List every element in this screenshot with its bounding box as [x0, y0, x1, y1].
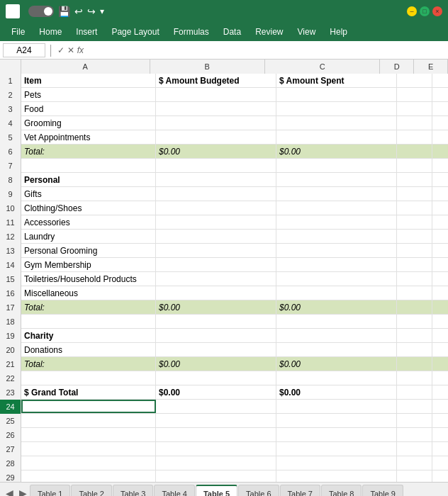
formula-input[interactable]: [86, 44, 445, 57]
cell-e12[interactable]: [432, 230, 448, 243]
cell-c26[interactable]: [276, 428, 397, 441]
cell-c21[interactable]: $0.00: [276, 357, 397, 371]
cell-e13[interactable]: [432, 244, 448, 257]
cell-e4[interactable]: [432, 116, 448, 130]
cell-b12[interactable]: [156, 230, 276, 243]
table-row[interactable]: 10Clothing/Shoes: [0, 201, 448, 215]
cell-e2[interactable]: [432, 88, 448, 101]
table-row[interactable]: 24: [0, 400, 448, 414]
cell-e18[interactable]: [432, 315, 448, 328]
cell-d28[interactable]: [397, 456, 432, 470]
sheet-tab-table5[interactable]: Table 5: [196, 485, 237, 496]
cell-d26[interactable]: [397, 428, 432, 441]
menu-view[interactable]: View: [292, 26, 322, 38]
cell-d5[interactable]: [397, 130, 432, 144]
cell-d16[interactable]: [397, 286, 432, 300]
cell-a10[interactable]: Clothing/Shoes: [21, 201, 156, 215]
cell-d20[interactable]: [397, 343, 432, 356]
cell-d6[interactable]: [397, 145, 432, 158]
cell-e11[interactable]: [432, 215, 448, 229]
cell-d4[interactable]: [397, 116, 432, 130]
cell-e16[interactable]: [432, 286, 448, 300]
cell-a26[interactable]: [21, 428, 156, 441]
cell-e10[interactable]: [432, 201, 448, 215]
col-header-c[interactable]: C: [265, 60, 380, 74]
cell-a6[interactable]: Total:: [21, 145, 156, 158]
cell-d1[interactable]: [397, 74, 432, 87]
cell-c29[interactable]: [276, 470, 397, 482]
cell-b9[interactable]: [156, 187, 276, 201]
cell-e6[interactable]: [432, 145, 448, 158]
cell-c4[interactable]: [276, 116, 397, 130]
save-icon[interactable]: 💾: [58, 6, 70, 17]
cell-a16[interactable]: Miscellaneous: [21, 286, 156, 300]
cell-b2[interactable]: [156, 88, 276, 101]
cell-c10[interactable]: [276, 201, 397, 215]
cell-c20[interactable]: [276, 343, 397, 356]
table-row[interactable]: 19Charity: [0, 329, 448, 343]
checkmark-icon[interactable]: ✓: [57, 45, 65, 55]
cell-c5[interactable]: [276, 130, 397, 144]
cell-c1[interactable]: $ Amount Spent: [276, 74, 397, 87]
cell-b13[interactable]: [156, 244, 276, 257]
cell-c16[interactable]: [276, 286, 397, 300]
cell-d15[interactable]: [397, 272, 432, 286]
cell-b8[interactable]: [156, 173, 276, 186]
cell-e27[interactable]: [432, 442, 448, 456]
cell-a17[interactable]: Total:: [21, 300, 156, 314]
cell-a25[interactable]: [21, 414, 156, 427]
menu-home[interactable]: Home: [33, 26, 67, 38]
cell-c8[interactable]: [276, 173, 397, 186]
menu-help[interactable]: Help: [324, 26, 353, 38]
table-row[interactable]: 25: [0, 414, 448, 428]
cell-b6[interactable]: $0.00: [156, 145, 276, 158]
cell-d8[interactable]: [397, 173, 432, 186]
menu-file[interactable]: File: [6, 26, 30, 38]
tab-prev[interactable]: ◀: [3, 485, 16, 496]
cell-b29[interactable]: [156, 470, 276, 482]
tab-next[interactable]: ▶: [16, 485, 30, 496]
table-row[interactable]: 28: [0, 456, 448, 470]
cell-e15[interactable]: [432, 272, 448, 286]
table-row[interactable]: 8Personal: [0, 173, 448, 187]
menu-review[interactable]: Review: [250, 26, 289, 38]
cell-d21[interactable]: [397, 357, 432, 371]
cell-b22[interactable]: [156, 371, 276, 385]
cell-b20[interactable]: [156, 343, 276, 356]
cell-a28[interactable]: [21, 456, 156, 470]
cell-d13[interactable]: [397, 244, 432, 257]
cell-b26[interactable]: [156, 428, 276, 441]
cell-b1[interactable]: $ Amount Budgeted: [156, 74, 276, 87]
table-row[interactable]: 9Gifts: [0, 187, 448, 201]
cell-d18[interactable]: [397, 315, 432, 328]
cell-b21[interactable]: $0.00: [156, 357, 276, 371]
sheet-tab-table6[interactable]: Table 6: [238, 485, 279, 496]
cell-e23[interactable]: [432, 385, 448, 399]
cell-b5[interactable]: [156, 130, 276, 144]
table-row[interactable]: 20Donations: [0, 343, 448, 357]
cell-a8[interactable]: Personal: [21, 173, 156, 186]
cell-e8[interactable]: [432, 173, 448, 186]
menu-formulas[interactable]: Formulas: [168, 26, 215, 38]
cell-c25[interactable]: [276, 414, 397, 427]
cell-d11[interactable]: [397, 215, 432, 229]
cell-d14[interactable]: [397, 258, 432, 271]
cell-b24[interactable]: [156, 400, 276, 413]
table-row[interactable]: 18: [0, 315, 448, 329]
cell-a22[interactable]: [21, 371, 156, 385]
cell-b15[interactable]: [156, 272, 276, 286]
menu-data[interactable]: Data: [218, 26, 247, 38]
cell-d3[interactable]: [397, 102, 432, 115]
table-row[interactable]: 21Total:$0.00$0.00: [0, 357, 448, 371]
cell-b3[interactable]: [156, 102, 276, 115]
cell-e3[interactable]: [432, 102, 448, 115]
fx-icon[interactable]: fx: [77, 45, 84, 55]
cell-c11[interactable]: [276, 215, 397, 229]
cell-c13[interactable]: [276, 244, 397, 257]
table-row[interactable]: 14Gym Membership: [0, 258, 448, 272]
cell-e29[interactable]: [432, 470, 448, 482]
sheet-tab-table3[interactable]: Table 3: [113, 485, 153, 496]
cell-a24[interactable]: [21, 400, 156, 413]
cell-a5[interactable]: Vet Appointments: [21, 130, 156, 144]
cell-d22[interactable]: [397, 371, 432, 385]
